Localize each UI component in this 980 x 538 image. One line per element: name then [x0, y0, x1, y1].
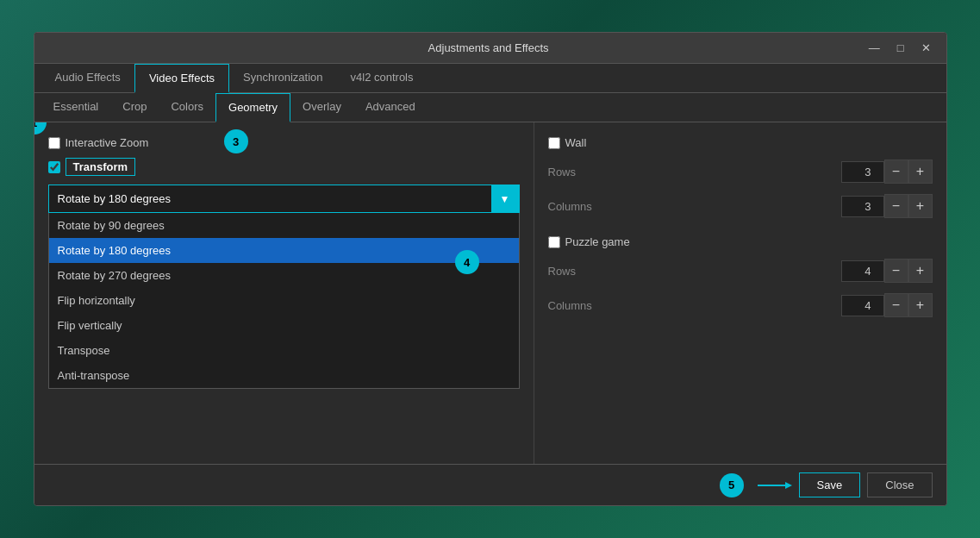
- minimize-button[interactable]: —: [864, 41, 885, 55]
- main-content: 1 Interactive Zoom Transform Rotate by 1…: [34, 122, 946, 464]
- dropdown-item-3[interactable]: Flip horizontally: [49, 288, 519, 313]
- main-tab-bar: Audio Effects Video Effects Synchronizat…: [34, 64, 946, 93]
- callout-1: 1: [34, 122, 47, 134]
- tab-audio-effects[interactable]: Audio Effects: [41, 64, 134, 92]
- interactive-zoom-checkbox[interactable]: [48, 137, 60, 149]
- bottom-bar: 5 Save Close: [34, 464, 946, 505]
- maximize-button[interactable]: □: [892, 41, 909, 55]
- dropdown-item-4[interactable]: Flip vertically: [49, 313, 519, 338]
- wall-columns-decrement[interactable]: −: [884, 194, 908, 218]
- tab-geometry[interactable]: Geometry: [215, 93, 290, 122]
- callout-3: 3: [224, 129, 248, 153]
- puzzle-rows-label: Rows: [548, 265, 617, 278]
- puzzle-columns-label: Columns: [548, 299, 617, 312]
- secondary-tab-bar: Essential Crop Colors Geometry Overlay A…: [34, 93, 946, 122]
- puzzle-header: Puzzle game: [548, 235, 933, 248]
- wall-rows-value: 3: [841, 161, 884, 183]
- transform-label: Transform: [66, 158, 136, 176]
- puzzle-section: Puzzle game Rows 4 − + Columns 4 − +: [548, 235, 933, 317]
- window-title: Adjustments and Effects: [114, 41, 864, 54]
- tab-essential[interactable]: Essential: [41, 93, 111, 122]
- close-window-button[interactable]: ✕: [916, 41, 936, 55]
- tab-colors[interactable]: Colors: [159, 93, 215, 122]
- wall-columns-increment[interactable]: +: [908, 194, 933, 218]
- dropdown-container: Rotate by 180 degrees ▼ Rotate by 90 deg…: [48, 185, 520, 213]
- tab-overlay[interactable]: Overlay: [290, 93, 353, 122]
- callout-5: 5: [720, 473, 744, 497]
- dropdown-value: Rotate by 180 degrees: [58, 192, 172, 205]
- wall-rows-increment[interactable]: +: [908, 160, 933, 184]
- callout-4: 4: [455, 250, 479, 274]
- tab-advanced[interactable]: Advanced: [353, 93, 428, 122]
- puzzle-rows-decrement[interactable]: −: [884, 259, 908, 283]
- dropdown-item-6[interactable]: Anti-transpose: [49, 363, 519, 388]
- puzzle-label: Puzzle game: [565, 235, 630, 248]
- tab-v4l2-controls[interactable]: v4l2 controls: [337, 64, 428, 92]
- wall-rows-controls: 3 − +: [841, 160, 933, 184]
- dropdown-item-2[interactable]: Rotate by 270 degrees: [49, 263, 519, 288]
- tab-synchronization[interactable]: Synchronization: [229, 64, 337, 92]
- dropdown-item-5[interactable]: Transpose: [49, 338, 519, 363]
- wall-columns-label: Columns: [548, 200, 617, 213]
- dropdown-item-1[interactable]: Rotate by 180 degrees: [49, 238, 519, 263]
- puzzle-rows-value: 4: [841, 260, 884, 282]
- puzzle-columns-row: Columns 4 − +: [548, 293, 933, 317]
- wall-columns-controls: 3 − +: [841, 194, 933, 218]
- puzzle-rows-row: Rows 4 − +: [548, 259, 933, 283]
- puzzle-columns-increment[interactable]: +: [908, 293, 933, 317]
- wall-columns-value: 3: [841, 196, 884, 217]
- puzzle-checkbox[interactable]: [548, 236, 560, 248]
- main-window: Adjustments and Effects — □ ✕ Audio Effe…: [34, 32, 947, 506]
- wall-columns-row: Columns 3 − +: [548, 194, 933, 218]
- wall-rows-decrement[interactable]: −: [884, 160, 908, 184]
- transform-checkbox[interactable]: [48, 161, 60, 173]
- close-button[interactable]: Close: [867, 472, 932, 497]
- left-panel: 1 Interactive Zoom Transform Rotate by 1…: [34, 122, 534, 464]
- title-bar: Adjustments and Effects — □ ✕: [34, 33, 946, 64]
- tab-video-effects[interactable]: Video Effects: [134, 64, 229, 93]
- dropdown-list: Rotate by 90 degrees Rotate by 180 degre…: [48, 213, 520, 389]
- puzzle-columns-decrement[interactable]: −: [884, 293, 908, 317]
- save-button[interactable]: Save: [799, 472, 861, 497]
- wall-rows-row: Rows 3 − +: [548, 160, 933, 184]
- puzzle-columns-value: 4: [841, 295, 884, 316]
- title-bar-controls: — □ ✕: [864, 41, 936, 55]
- dropdown-item-0[interactable]: Rotate by 90 degrees: [49, 213, 519, 238]
- wall-checkbox[interactable]: [548, 137, 560, 149]
- puzzle-columns-controls: 4 − +: [841, 293, 933, 317]
- svg-marker-2: [785, 482, 792, 489]
- puzzle-rows-controls: 4 − +: [841, 259, 933, 283]
- tab-crop[interactable]: Crop: [110, 93, 159, 122]
- transform-row: Transform: [48, 158, 520, 176]
- dropdown-arrow-icon: ▼: [491, 185, 519, 212]
- wall-label: Wall: [565, 136, 587, 149]
- right-panel: Wall Rows 3 − + Columns 3 − +: [534, 122, 946, 464]
- interactive-zoom-label: Interactive Zoom: [66, 136, 149, 149]
- wall-section: Wall Rows 3 − + Columns 3 − +: [548, 136, 933, 218]
- dropdown-display[interactable]: Rotate by 180 degrees ▼: [48, 185, 520, 213]
- wall-rows-label: Rows: [548, 166, 617, 178]
- interactive-zoom-row: Interactive Zoom: [48, 136, 520, 149]
- wall-header: Wall: [548, 136, 933, 149]
- callout-5-arrow: [758, 479, 792, 492]
- puzzle-rows-increment[interactable]: +: [908, 259, 933, 283]
